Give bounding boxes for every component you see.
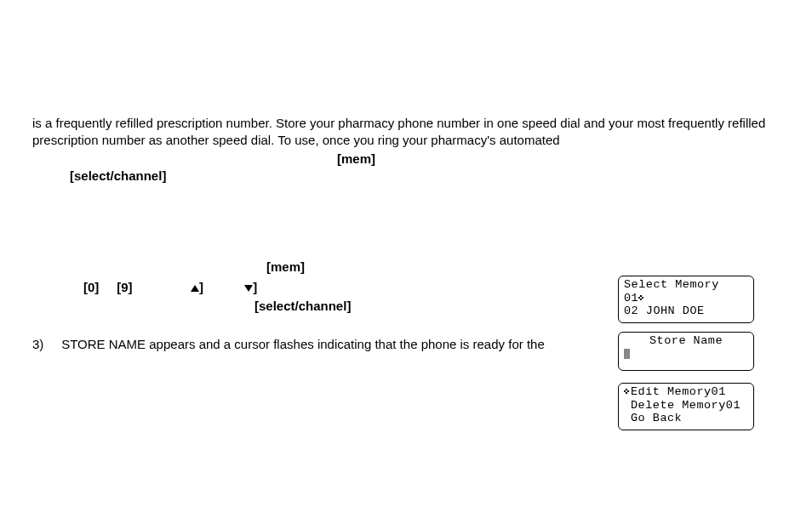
- triangle-down-icon: [244, 285, 253, 292]
- lcd3-row2: Delete Memory01: [624, 399, 748, 413]
- key-mem-2: [mem]: [266, 259, 305, 276]
- key-9: [9]: [117, 280, 132, 294]
- lcd1-row2: 02 JOHN DOE: [624, 305, 748, 318]
- step2-keys-row: [0] [9] ] ]: [83, 279, 257, 296]
- triangle-up-icon: [191, 285, 199, 292]
- text-cursor-icon: [624, 349, 630, 359]
- lcd2-input-row: [624, 348, 748, 361]
- lcd1-title: Select Memory: [624, 278, 748, 292]
- step3-row: 3) STORE NAME appears and a cursor flash…: [32, 336, 705, 353]
- step3-number: 3): [32, 337, 43, 351]
- lcd3-row3: Go Back: [624, 412, 748, 425]
- step3-text: STORE NAME appears and a cursor flashes …: [61, 337, 545, 351]
- key-select-channel-2: [select/channel]: [254, 298, 351, 315]
- intro-text-1: is a frequently refilled prescription nu…: [32, 116, 668, 130]
- lcd-store-name: Store Name: [618, 332, 754, 371]
- lcd-select-memory: Select Memory 01 02 JOHN DOE: [618, 276, 754, 323]
- lcd1-row1: 01: [624, 292, 748, 305]
- lcd2-title: Store Name: [624, 334, 748, 348]
- lcd-edit-menu: Edit Memory01 Delete Memory01 Go Back: [618, 383, 754, 430]
- bracket-1: ]: [199, 280, 203, 294]
- key-mem-1: [mem]: [337, 151, 375, 168]
- lcd3-row1: Edit Memory01: [624, 385, 748, 399]
- menu-pointer-icon: [624, 388, 629, 395]
- key-0: [0]: [83, 280, 99, 294]
- page: is a frequently refilled prescription nu…: [0, 0, 812, 518]
- intro-paragraph: is a frequently refilled prescription nu…: [32, 115, 773, 150]
- bracket-2: ]: [253, 280, 257, 294]
- key-select-channel-1: [select/channel]: [70, 168, 166, 185]
- cursor-pointer-icon: [638, 294, 643, 301]
